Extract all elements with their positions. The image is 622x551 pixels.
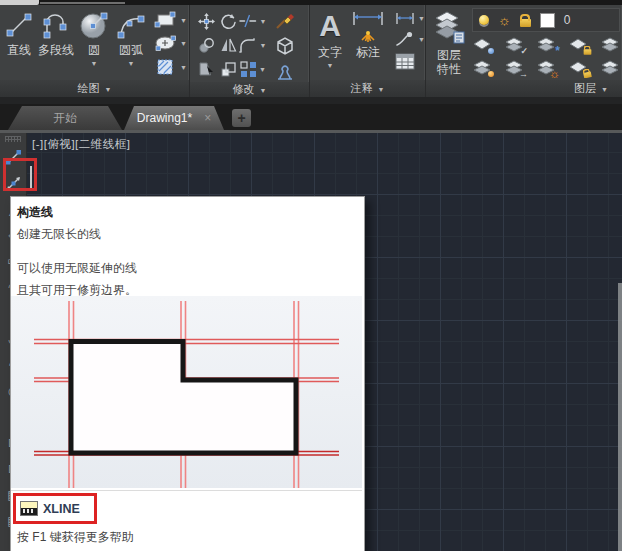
ellipse-button[interactable]: ▼: [154, 34, 187, 52]
arc-icon: [114, 10, 148, 40]
chevron-down-icon: ▼: [378, 86, 385, 93]
sun-badge-icon: ☼: [549, 70, 560, 79]
line-label: 直线: [7, 42, 31, 59]
brush-icon: [274, 10, 296, 30]
text-label: 文字: [318, 44, 342, 61]
layer-freeze-button[interactable]: *: [536, 36, 558, 54]
mirror-button[interactable]: [220, 37, 237, 53]
move-icon: [198, 13, 215, 30]
chevron-down-icon: ▼: [105, 86, 112, 93]
ellipse-dropdown-icon[interactable]: ▼: [180, 40, 187, 47]
drawing-area[interactable]: ╱◇▭◠○◡∿◎◔⊡⊞▨▤ [-][俯视][二维线框] 构造线 创建无限长的线 …: [0, 133, 622, 551]
circle-dropdown-icon[interactable]: ▼: [91, 61, 98, 67]
array-icon: [240, 61, 257, 78]
arc-button[interactable]: 圆弧 ▼: [114, 7, 148, 67]
layer-lock-button[interactable]: [568, 36, 590, 54]
layer-unlock-icon[interactable]: [520, 19, 531, 27]
layer-walk-button[interactable]: →: [504, 59, 526, 77]
file-tab-bar: 开始 Drawing1* × +: [0, 104, 622, 130]
layer-properties-button[interactable]: 图层 特性: [432, 8, 466, 76]
array-button[interactable]: ▼: [240, 61, 266, 78]
layer-state-selector[interactable]: ☼ 0: [472, 8, 620, 32]
trim-dropdown-icon[interactable]: ▼: [259, 18, 266, 25]
explode-button[interactable]: [274, 36, 296, 56]
hatch-dropdown-icon[interactable]: ▼: [180, 64, 187, 71]
rectangle-dropdown-icon[interactable]: ▼: [180, 17, 187, 24]
rotate-button[interactable]: [220, 13, 237, 30]
rectangle-icon: [154, 11, 178, 29]
annotate-panel-label[interactable]: 注释 ▼: [310, 80, 425, 97]
table-button[interactable]: [394, 52, 425, 71]
chevron-down-icon: ▼: [260, 87, 267, 94]
unlock-badge-icon: [583, 71, 592, 78]
toolbar-grip[interactable]: [5, 136, 21, 142]
hatch-button[interactable]: ▼: [154, 57, 187, 77]
linear-dimension-button[interactable]: ▼: [394, 11, 425, 26]
layer-stack-icon: [536, 36, 556, 54]
copy-button[interactable]: [198, 37, 215, 54]
command-icon: [20, 501, 38, 516]
layer-properties-label-1: 图层: [437, 48, 461, 62]
linear-dimension-dropdown-icon[interactable]: ▼: [418, 15, 425, 22]
modify-panel-label[interactable]: 修改 ▼: [190, 82, 309, 97]
ribbon-footer-strip: [0, 97, 622, 104]
autocad-window: 直线 多段线 圆 ▼: [0, 0, 622, 551]
ribbon-tab-remnant: [0, 0, 39, 5]
tab-drawing1[interactable]: Drawing1* ×: [124, 106, 224, 130]
mirror-icon: [220, 37, 237, 53]
make-current-layer-button[interactable]: [472, 36, 494, 54]
box-icon: [274, 36, 296, 56]
layer-edit-button[interactable]: ✓: [504, 36, 526, 54]
layer-color-swatch[interactable]: [540, 13, 555, 28]
polyline-button[interactable]: 多段线: [38, 7, 74, 59]
fillet-icon: [239, 38, 257, 53]
new-tab-button[interactable]: +: [232, 109, 251, 127]
panel-layers: 图层 特性 ☼ 0: [426, 5, 622, 97]
trim-button[interactable]: ▼: [239, 14, 266, 28]
move-button[interactable]: [198, 13, 215, 30]
scrollbar[interactable]: [618, 283, 622, 551]
trim-icon: [239, 14, 257, 28]
polyline-icon: [39, 10, 73, 40]
fillet-button[interactable]: ▼: [239, 38, 266, 53]
bulb-badge-icon: [488, 71, 494, 77]
array-dropdown-icon[interactable]: ▼: [259, 66, 266, 73]
panel-annotate: A 文字 ▼ 标注: [310, 5, 426, 97]
freeze-badge-icon: *: [555, 47, 560, 56]
text-button[interactable]: A 文字 ▼: [318, 7, 342, 69]
rectangle-button[interactable]: ▼: [154, 11, 187, 29]
xline-tooltip: 构造线 创建无限长的线 可以使用无限延伸的线 且其可用于修剪边界。: [10, 196, 365, 551]
check-badge-icon: ✓: [520, 47, 528, 56]
draw-panel-label[interactable]: 绘图 ▼: [0, 80, 189, 97]
dimension-button[interactable]: 标注: [350, 7, 386, 61]
layer-unlock-button[interactable]: [568, 59, 590, 77]
leader-button[interactable]: ▼: [394, 31, 425, 47]
arc-dropdown-icon[interactable]: ▼: [128, 61, 135, 67]
layer-thaw-button[interactable]: ☼: [536, 59, 558, 77]
tab-start[interactable]: 开始: [8, 106, 122, 130]
layer-on-button[interactable]: [472, 59, 494, 77]
arrow-badge-icon: →: [519, 70, 528, 79]
ribbon-tab-strip: [0, 0, 622, 5]
match-properties-button[interactable]: [274, 10, 296, 30]
close-icon[interactable]: ×: [204, 112, 211, 124]
viewport-controls[interactable]: [-][俯视][二维线框]: [32, 137, 131, 152]
layer-thaw-sun-icon[interactable]: ☼: [498, 14, 511, 26]
layer-match-button[interactable]: [600, 59, 622, 77]
scale-button[interactable]: [220, 61, 237, 78]
leader-dropdown-icon[interactable]: ▼: [418, 36, 425, 43]
text-dropdown-icon[interactable]: ▼: [327, 63, 334, 69]
fillet-dropdown-icon[interactable]: ▼: [259, 42, 266, 49]
line-icon: [4, 10, 34, 40]
layers-panel-label[interactable]: 图层 ▼: [426, 80, 622, 97]
table-icon: [394, 52, 416, 71]
stamp-button[interactable]: [274, 62, 296, 82]
layer-isolate-button[interactable]: [600, 36, 622, 54]
circle-label: 圆: [88, 42, 100, 59]
layer-on-bulb-icon[interactable]: [479, 15, 489, 25]
tab-bar-bottom-strip: [0, 130, 622, 133]
line-button[interactable]: 直线: [4, 7, 34, 59]
stretch-button[interactable]: [198, 61, 215, 77]
circle-button[interactable]: 圆 ▼: [78, 7, 110, 67]
panel-modify: ▼: [190, 5, 310, 97]
